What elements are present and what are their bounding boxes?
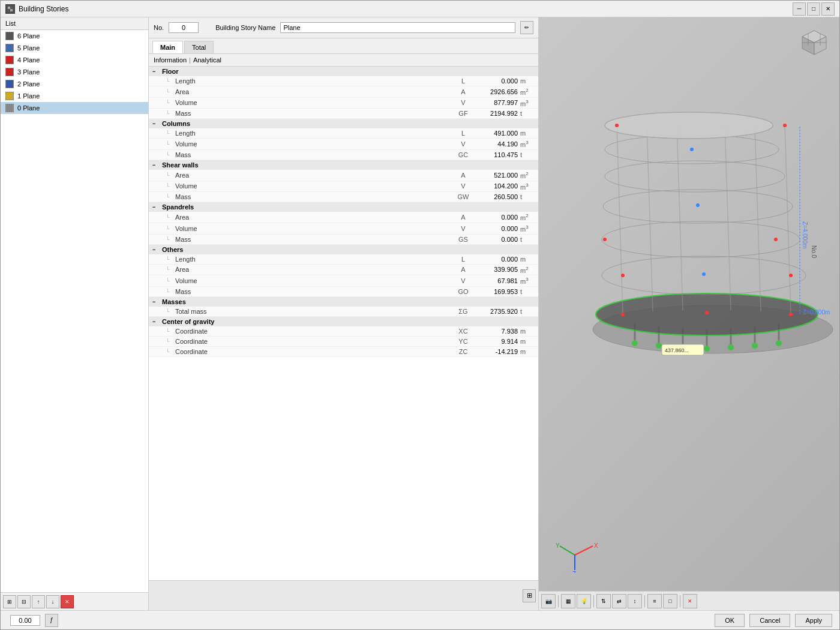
- svg-point-45: [603, 238, 607, 241]
- story-item-1[interactable]: 5 Plane: [1, 42, 148, 54]
- row-value: 104.200: [472, 182, 520, 190]
- story-item-5[interactable]: 1 Plane: [1, 90, 148, 102]
- data-row: └ Coordinate YC 9.914 m: [149, 337, 538, 347]
- ok-button[interactable]: OK: [715, 614, 745, 627]
- app-icon: [5, 4, 15, 14]
- svg-point-39: [789, 313, 793, 316]
- viewport: Z=4.000m Z=0.000m 437.860... No.0 X: [539, 17, 839, 591]
- section-header-others[interactable]: −Others: [149, 245, 538, 254]
- row-label: Mass: [170, 288, 454, 295]
- info-link-analytical[interactable]: Analytical: [193, 56, 221, 64]
- row-value: 491.000: [472, 130, 520, 137]
- vp-btn-arrows-rl[interactable]: ⇄: [612, 594, 626, 608]
- story-label-3: 3 Plane: [17, 68, 40, 76]
- section-toggle: −: [152, 319, 160, 325]
- data-row: └ Area A 339.905 m2: [149, 265, 538, 276]
- svg-point-28: [605, 161, 785, 192]
- data-table: −Floor └ Length L 0.000 m └ Area A 2926.…: [149, 67, 538, 580]
- vp-btn-layers[interactable]: ≡: [647, 594, 662, 608]
- section-header-spandrels[interactable]: −Spandrels: [149, 202, 538, 212]
- story-item-6[interactable]: 0 Plane: [1, 102, 148, 114]
- footer-value-input[interactable]: [10, 615, 40, 626]
- story-item-2[interactable]: 4 Plane: [1, 54, 148, 66]
- row-symbol: V: [454, 182, 472, 190]
- section-header-center_of_gravity[interactable]: −Center of gravity: [149, 317, 538, 326]
- svg-point-22: [752, 343, 758, 349]
- section-label: Spandrels: [162, 203, 194, 211]
- row-symbol: V: [454, 225, 472, 232]
- story-color-6: [5, 104, 14, 112]
- story-item-4[interactable]: 2 Plane: [1, 78, 148, 90]
- cube-navigator[interactable]: [796, 25, 832, 61]
- toolbar-btn-1[interactable]: ⊞: [3, 595, 16, 608]
- svg-point-18: [656, 343, 662, 349]
- name-input[interactable]: [280, 22, 515, 33]
- tab-total[interactable]: Total: [184, 41, 214, 53]
- grid-button[interactable]: ⊞: [523, 589, 536, 602]
- row-unit: t: [520, 236, 538, 243]
- cancel-button[interactable]: Cancel: [749, 614, 790, 627]
- data-row: └ Mass GF 2194.992 t: [149, 109, 538, 119]
- vp-btn-arrows-ud[interactable]: ⇅: [596, 594, 611, 608]
- toolbar-btn-4[interactable]: ↓: [46, 595, 59, 608]
- vp-sep-4: [680, 595, 680, 607]
- story-item-3[interactable]: 3 Plane: [1, 66, 148, 78]
- no-input[interactable]: [169, 22, 199, 33]
- data-row: └ Volume V 67.981 m3: [149, 275, 538, 287]
- apply-button[interactable]: Apply: [795, 614, 832, 627]
- edit-button[interactable]: ✏: [520, 21, 533, 34]
- data-row: └ Mass GS 0.000 t: [149, 235, 538, 245]
- svg-point-42: [789, 274, 793, 277]
- story-label-6: 0 Plane: [17, 104, 40, 112]
- data-row: └ Total mass ΣG 2735.920 t: [149, 307, 538, 317]
- svg-point-43: [615, 124, 619, 127]
- row-unit: m: [520, 256, 538, 263]
- svg-point-44: [783, 124, 787, 127]
- row-label: Volume: [170, 225, 454, 232]
- info-separator: |: [189, 56, 191, 64]
- vp-btn-close-red[interactable]: ✕: [683, 594, 697, 608]
- row-value: 7.938: [472, 328, 520, 335]
- section-header-columns[interactable]: −Columns: [149, 119, 538, 128]
- data-row: └ Volume V 877.997 m3: [149, 98, 538, 109]
- vp-btn-light[interactable]: 💡: [577, 594, 591, 608]
- name-label: Building Story Name: [215, 24, 275, 31]
- row-label: Area: [170, 266, 454, 273]
- section-header-masses[interactable]: −Masses: [149, 297, 538, 307]
- minimize-button[interactable]: ─: [793, 2, 806, 16]
- section-body-masses: └ Total mass ΣG 2735.920 t: [149, 307, 538, 317]
- section-header-shear_walls[interactable]: −Shear walls: [149, 160, 538, 170]
- row-unit: m3: [520, 224, 538, 233]
- vp-btn-render[interactable]: □: [663, 594, 677, 608]
- toolbar-btn-3[interactable]: ↑: [32, 595, 45, 608]
- data-row: └ Volume V 104.200 m3: [149, 181, 538, 193]
- data-row: └ Volume V 44.190 m3: [149, 139, 538, 150]
- toolbar-btn-delete[interactable]: ✕: [61, 595, 74, 608]
- tab-main[interactable]: Main: [152, 41, 183, 53]
- row-value: 260.500: [472, 193, 520, 200]
- row-symbol: L: [454, 77, 472, 85]
- vp-btn-view1[interactable]: ▦: [561, 594, 575, 608]
- info-link-information[interactable]: Information: [154, 56, 187, 64]
- row-unit: t: [520, 193, 538, 200]
- row-label: Volume: [170, 182, 454, 190]
- row-symbol: A: [454, 214, 472, 221]
- data-row: └ Volume V 0.000 m3: [149, 223, 538, 235]
- row-value: 110.475: [472, 151, 520, 158]
- row-unit: t: [520, 308, 538, 315]
- section-label: Masses: [162, 298, 186, 305]
- center-bottom-toolbar: ⊞: [149, 580, 538, 610]
- restore-button[interactable]: □: [807, 2, 820, 16]
- footer-icon[interactable]: ƒ: [45, 614, 58, 627]
- row-unit: m: [520, 348, 538, 355]
- section-body-shear_walls: └ Area A 521.000 m2 └ Volume V 104.200 m…: [149, 170, 538, 202]
- vp-btn-camera[interactable]: 📷: [541, 594, 556, 608]
- close-button[interactable]: ✕: [821, 2, 835, 16]
- story-item-0[interactable]: 6 Plane: [1, 30, 148, 42]
- row-symbol: V: [454, 140, 472, 148]
- svg-point-48: [696, 203, 700, 207]
- section-body-floor: └ Length L 0.000 m └ Area A 2926.656 m2 …: [149, 76, 538, 119]
- section-header-floor[interactable]: −Floor: [149, 67, 538, 76]
- toolbar-btn-2[interactable]: ⊟: [17, 595, 31, 608]
- vp-btn-arrows-3[interactable]: ↕: [628, 594, 642, 608]
